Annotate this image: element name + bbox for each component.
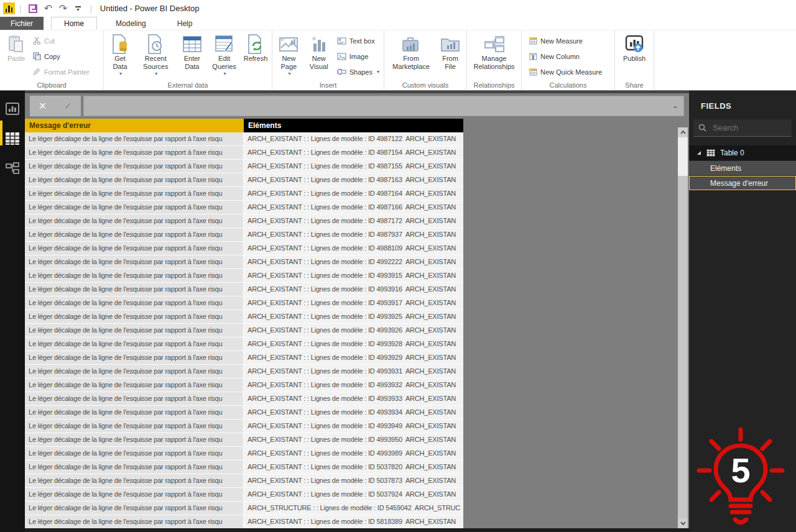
from-marketplace-button[interactable]: From Marketplace	[387, 32, 435, 81]
paste-button[interactable]: Paste	[2, 32, 30, 81]
quick-access-dropdown[interactable]: ▾	[71, 2, 85, 16]
publish-button[interactable]: Publish	[621, 32, 648, 81]
scroll-down-button[interactable]	[678, 518, 688, 528]
cell-message[interactable]: Le léger décalage de la ligne de l'esqui…	[25, 365, 244, 378]
formula-cancel-button[interactable]: ✕	[30, 96, 55, 116]
scrollbar-thumb[interactable]	[678, 137, 688, 176]
cell-element[interactable]: ARCH_EXISTANT : : Lignes de modèle : ID …	[244, 269, 463, 283]
cell-element[interactable]: ARCH_EXISTANT : : Lignes de modèle : ID …	[244, 324, 463, 337]
enter-data-button[interactable]: Enter Data	[178, 32, 207, 81]
cell-element[interactable]: ARCH_EXISTANT : : Lignes de modèle : ID …	[244, 406, 463, 420]
manage-relationships-button[interactable]: Manage Relationships	[470, 32, 519, 81]
cell-message[interactable]: Le léger décalage de la ligne de l'esqui…	[25, 378, 244, 392]
save-button[interactable]	[26, 2, 40, 16]
cell-message[interactable]: Le léger décalage de la ligne de l'esqui…	[25, 228, 244, 242]
vertical-scrollbar[interactable]	[678, 127, 688, 528]
field-item-elements[interactable]: Eléments	[689, 161, 796, 175]
cell-message[interactable]: Le léger décalage de la ligne de l'esqui…	[25, 337, 244, 351]
tab-help[interactable]: Help	[165, 17, 205, 30]
column-header-message[interactable]: Message d'erreur	[25, 119, 244, 132]
cell-element[interactable]: ARCH_EXISTANT : : Lignes de modèle : ID …	[244, 351, 463, 365]
cell-element[interactable]: ARCH_EXISTANT : : Lignes de modèle : ID …	[244, 365, 463, 378]
format-painter-button[interactable]: Format Painter	[31, 66, 91, 78]
cell-element[interactable]: ARCH_STRUCTURE : : Lignes de modèle : ID…	[244, 502, 463, 515]
new-column-button[interactable]: New Column	[527, 50, 604, 62]
cell-element[interactable]: ARCH_EXISTANT : : Lignes de modèle : ID …	[244, 515, 463, 528]
cell-element[interactable]: ARCH_EXISTANT : : Lignes de modèle : ID …	[244, 310, 463, 324]
cell-message[interactable]: Le léger décalage de la ligne de l'esqui…	[25, 173, 244, 187]
cell-message[interactable]: Le léger décalage de la ligne de l'esqui…	[25, 310, 244, 324]
tab-home[interactable]: Home	[51, 17, 97, 30]
new-quick-measure-button[interactable]: New Quick Measure	[527, 66, 604, 78]
cell-element[interactable]: ARCH_EXISTANT : : Lignes de modèle : ID …	[244, 283, 463, 296]
from-file-button[interactable]: From File	[437, 32, 464, 81]
cell-message[interactable]: Le léger décalage de la ligne de l'esqui…	[25, 160, 244, 173]
cell-message[interactable]: Le léger décalage de la ligne de l'esqui…	[25, 420, 244, 433]
cell-message[interactable]: Le léger décalage de la ligne de l'esqui…	[25, 447, 244, 461]
cell-element[interactable]: ARCH_EXISTANT : : Lignes de modèle : ID …	[244, 160, 463, 173]
new-visual-button[interactable]: New Visual	[304, 32, 334, 81]
cell-element[interactable]: ARCH_EXISTANT : : Lignes de modèle : ID …	[244, 488, 463, 502]
cell-message[interactable]: Le léger décalage de la ligne de l'esqui…	[25, 201, 244, 214]
cell-message[interactable]: Le léger décalage de la ligne de l'esqui…	[25, 515, 244, 528]
cut-button[interactable]: Cut	[31, 35, 91, 47]
cell-element[interactable]: ARCH_EXISTANT : : Lignes de modèle : ID …	[244, 337, 463, 351]
cell-message[interactable]: Le léger décalage de la ligne de l'esqui…	[25, 269, 244, 283]
cell-element[interactable]: ARCH_EXISTANT : : Lignes de modèle : ID …	[244, 433, 463, 447]
cell-element[interactable]: ARCH_EXISTANT : : Lignes de modèle : ID …	[244, 214, 463, 228]
edit-queries-button[interactable]: Edit Queries▾	[208, 32, 241, 81]
report-view-button[interactable]	[4, 101, 21, 117]
cell-element[interactable]: ARCH_EXISTANT : : Lignes de modèle : ID …	[244, 201, 463, 214]
cell-message[interactable]: Le léger décalage de la ligne de l'esqui…	[25, 474, 244, 488]
tab-fichier[interactable]: Fichier	[0, 17, 44, 30]
image-button[interactable]: Image	[335, 50, 381, 62]
cell-element[interactable]: ARCH_EXISTANT : : Lignes de modèle : ID …	[244, 146, 463, 160]
cell-element[interactable]: ARCH_EXISTANT : : Lignes de modèle : ID …	[244, 378, 463, 392]
formula-commit-button[interactable]: ✓	[55, 96, 81, 116]
cell-message[interactable]: Le léger décalage de la ligne de l'esqui…	[25, 392, 244, 406]
text-box-button[interactable]: Text box	[335, 35, 381, 47]
cell-message[interactable]: Le léger décalage de la ligne de l'esqui…	[25, 214, 244, 228]
tab-modeling[interactable]: Modeling	[103, 17, 159, 30]
field-table-group[interactable]: Table 0	[689, 145, 796, 160]
new-page-button[interactable]: New Page▾	[275, 32, 303, 81]
cell-element[interactable]: ARCH_EXISTANT : : Lignes de modèle : ID …	[244, 228, 463, 242]
get-data-button[interactable]: Get Data▾	[106, 32, 134, 81]
cell-element[interactable]: ARCH_EXISTANT : : Lignes de modèle : ID …	[244, 420, 463, 433]
cell-message[interactable]: Le léger décalage de la ligne de l'esqui…	[25, 433, 244, 447]
cell-message[interactable]: Le léger décalage de la ligne de l'esqui…	[25, 283, 244, 296]
cell-element[interactable]: ARCH_EXISTANT : : Lignes de modèle : ID …	[244, 461, 463, 474]
fields-search-box[interactable]	[693, 119, 792, 137]
cell-element[interactable]: ARCH_EXISTANT : : Lignes de modèle : ID …	[244, 447, 463, 461]
new-measure-button[interactable]: New Measure	[527, 35, 604, 47]
cell-message[interactable]: Le léger décalage de la ligne de l'esqui…	[25, 488, 244, 502]
cell-element[interactable]: ARCH_EXISTANT : : Lignes de modèle : ID …	[244, 392, 463, 406]
field-item-message[interactable]: Message d'erreur	[689, 176, 796, 190]
cell-message[interactable]: Le léger décalage de la ligne de l'esqui…	[25, 351, 244, 365]
cell-message[interactable]: Le léger décalage de la ligne de l'esqui…	[25, 132, 244, 146]
cell-message[interactable]: Le léger décalage de la ligne de l'esqui…	[25, 406, 244, 420]
cell-message[interactable]: Le léger décalage de la ligne de l'esqui…	[25, 187, 244, 201]
undo-button[interactable]: ↶	[41, 2, 55, 16]
column-header-elements[interactable]: Eléments	[244, 119, 463, 132]
cell-message[interactable]: Le léger décalage de la ligne de l'esqui…	[25, 324, 244, 337]
cell-message[interactable]: Le léger décalage de la ligne de l'esqui…	[25, 146, 244, 160]
cell-message[interactable]: Le léger décalage de la ligne de l'esqui…	[25, 502, 244, 515]
scroll-up-button[interactable]	[678, 127, 688, 137]
cell-element[interactable]: ARCH_EXISTANT : : Lignes de modèle : ID …	[244, 132, 463, 146]
chevron-down-icon[interactable]: ⌄	[672, 101, 678, 110]
cell-element[interactable]: ARCH_EXISTANT : : Lignes de modèle : ID …	[244, 255, 463, 269]
shapes-button[interactable]: Shapes▾	[335, 66, 381, 78]
cell-message[interactable]: Le léger décalage de la ligne de l'esqui…	[25, 296, 244, 310]
refresh-button[interactable]: Refresh	[242, 32, 269, 81]
formula-input[interactable]	[84, 96, 683, 116]
cell-element[interactable]: ARCH_EXISTANT : : Lignes de modèle : ID …	[244, 173, 463, 187]
cell-element[interactable]: ARCH_EXISTANT : : Lignes de modèle : ID …	[244, 242, 463, 255]
cell-message[interactable]: Le léger décalage de la ligne de l'esqui…	[25, 255, 244, 269]
cell-element[interactable]: ARCH_EXISTANT : : Lignes de modèle : ID …	[244, 296, 463, 310]
scrollbar-track[interactable]	[678, 176, 688, 518]
fields-search-input[interactable]	[711, 122, 787, 133]
cell-message[interactable]: Le léger décalage de la ligne de l'esqui…	[25, 461, 244, 474]
data-view-button[interactable]	[4, 131, 21, 147]
recent-sources-button[interactable]: Recent Sources▾	[135, 32, 177, 81]
